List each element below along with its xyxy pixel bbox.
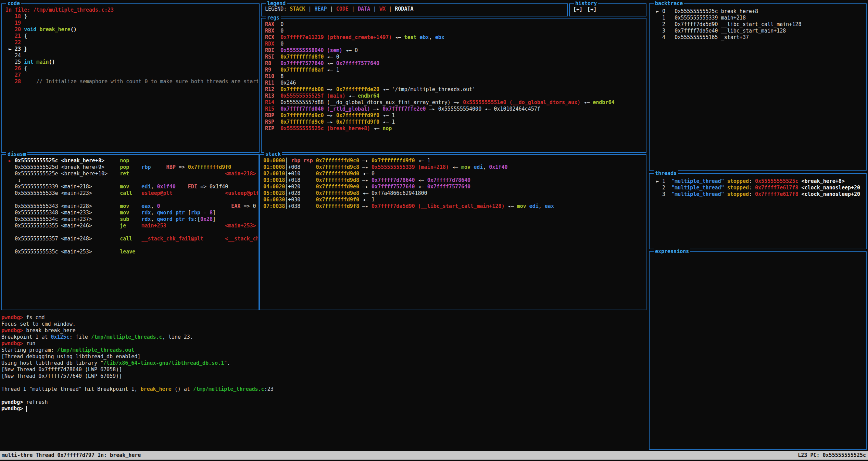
text-segment: 0x7fffffffdb08 [280, 86, 324, 92]
text-segment: 1 0x555555555339 main+218 [653, 15, 746, 21]
text-segment: │ [285, 158, 288, 164]
text-segment: 0x7ffff7da5d90 (__libc_start_call_main+1… [372, 203, 504, 209]
text-segment: , [539, 203, 545, 209]
text-segment: RBP [265, 112, 280, 119]
text-segment: RDX [265, 41, 280, 47]
text-segment: —▸ [324, 86, 336, 92]
text-segment: , line 23. [162, 334, 193, 340]
text-segment: Focus set to cmd window. [1, 321, 76, 327]
history-back-button[interactable]: [←] [573, 6, 582, 12]
backtrace-panel-title: backtrace [654, 0, 684, 7]
text-segment: 0x7fffffffd9c0 [316, 158, 359, 164]
text-segment: 0x7ffff7d78640 [372, 177, 415, 183]
text-segment: 0x125c [51, 334, 70, 340]
source-line: 22 [5, 39, 258, 46]
text-segment [724, 185, 727, 191]
text-segment [36, 26, 39, 33]
source-line: 18 } [5, 13, 258, 20]
text-segment: 0x555555557d88 (__do_global_dtors_aux_fi… [280, 99, 463, 105]
text-segment: eax [545, 203, 554, 209]
registers-panel-content: RAX 0RBX 0RCX 0x7ffff7e11219 (pthread_cr… [265, 21, 645, 151]
text-segment: 0x555555555355 <main+246> [5, 223, 120, 229]
text-segment: <__stack_chk_fail@plt> [225, 236, 258, 242]
text-segment: 0x55555555535c <main+253> [5, 249, 120, 255]
text-segment: 0x7ffff7e617f8 [755, 185, 798, 191]
text-segment: 22 [5, 39, 21, 46]
text-segment: ◂— [504, 203, 517, 209]
text-segment: stopped [727, 178, 749, 184]
text-segment: 8 [210, 210, 213, 216]
text-segment: │+028 [285, 190, 316, 196]
text-segment: 00:0000 [263, 158, 285, 164]
register-row: RAX 0 [265, 21, 645, 28]
text-segment: 04:0020 [263, 184, 285, 190]
text-segment: () [71, 26, 77, 33]
text-segment: nop [382, 125, 392, 132]
text-segment: ". [224, 360, 230, 366]
disasm-row: 0x555555555339 <main+218> mov edi, 0x1f4… [5, 184, 258, 190]
text-segment: 01:0008 [263, 164, 285, 170]
register-row: RSP 0x7fffffffd9c0 —▸ 0x7fffffffd9f0 ◂— … [265, 119, 645, 125]
text-segment: 0x55555555525c (break_here+8) [280, 125, 370, 132]
text-segment: /tmp/multiple_threads.c [91, 334, 162, 340]
text-segment: STACK [290, 6, 305, 12]
text-segment: —▸ [359, 177, 372, 183]
text-segment: 3 0x7ffff7da5e40 __libc_start_main+128 [653, 28, 786, 34]
terminal-line: pwndbg> refresh [1, 399, 645, 406]
text-segment: ◂— 0xf7a4866c62941800 [359, 190, 427, 196]
text-segment: sub [120, 216, 129, 222]
history-forward-button[interactable]: [→] [587, 6, 596, 12]
text-segment: 0x7fffffffd9f0 [336, 119, 379, 125]
source-line: 28 // Initialize semaphore with count 0 … [5, 78, 258, 85]
history-panel: history [←][→] [569, 3, 646, 16]
text-segment: , [429, 34, 435, 40]
text-segment: pwndbg> [1, 340, 26, 347]
code-panel-title: code [6, 0, 21, 7]
text-segment: 0x555555555348 <main+233> [5, 210, 120, 216]
legend-panel-content: LEGEND: STACK | HEAP | CODE | DATA | WX … [265, 6, 566, 15]
text-segment: mov [461, 164, 470, 170]
register-row: R10 8 [265, 73, 645, 80]
threads-panel-title: threads [654, 170, 678, 177]
disasm-row: 0x555555555357 <main+248> call __stack_c… [5, 236, 258, 242]
text-segment: /lib/x86_64-linux-gnu/libthread_db.so.1 [103, 360, 224, 366]
legend-panel: legend LEGEND: STACK | HEAP | CODE | DAT… [261, 3, 568, 16]
text-segment: ◂— [580, 99, 593, 105]
text-segment: => 0 [240, 203, 256, 209]
text-segment [724, 178, 727, 184]
text-segment: 0x55555555525d <break_here+9> [5, 164, 120, 170]
text-segment: Thread 1 "multiple_thread" hit Breakpoin… [1, 386, 140, 392]
text-segment: ◂— 1 [415, 158, 430, 164]
text-segment: :[ [194, 216, 200, 222]
text-segment: ► 1 [653, 178, 671, 184]
stack-panel: stack 00:0000│ rbp rsp 0x7fffffffd9c0 —▸… [259, 154, 646, 310]
text-segment [176, 184, 188, 190]
text-segment: 0x7fffffffd9d8 [316, 177, 359, 183]
text-segment: usleep@plt [141, 190, 172, 196]
text-segment: 4 0x555555555165 _start+37 [653, 34, 749, 40]
text-segment: [New Thread 0x7ffff7d78640 (LWP 67058)] [1, 366, 122, 373]
text-segment: 0x555555558040 (sem) [280, 47, 342, 53]
text-segment: 0x7ffff7e617f8 [755, 191, 798, 197]
text-segment: 0 [280, 21, 284, 27]
stack-row: 04:0020│+020 0x7fffffffd9e0 —▸ 0x7ffff75… [263, 184, 645, 190]
text-segment: ◂— [324, 60, 336, 66]
text-segment: R10 [265, 73, 280, 79]
text-segment: <usleep@plt> [225, 190, 258, 196]
text-segment: ► 23 } [5, 46, 27, 52]
text-segment: ◂— 1 [324, 67, 339, 73]
text-segment: │+018 [285, 177, 316, 183]
text-segment: 05:0028 [263, 190, 285, 196]
terminal-line [1, 379, 645, 386]
text-segment: [ [188, 210, 191, 216]
text-segment: | [349, 6, 358, 12]
backtrace-frame-row: 4 0x555555555165 _start+37 [653, 34, 865, 41]
text-segment: EDI [188, 184, 197, 190]
gdb-command-terminal[interactable]: pwndbg> fs cmdFocus set to cmd window.pw… [1, 314, 645, 414]
text-segment [129, 203, 141, 209]
text-segment: /tmp/multiple_threads.c [193, 386, 264, 392]
text-segment [129, 210, 141, 216]
text-segment: RBP [166, 164, 176, 170]
text-segment: 07:0038 [263, 203, 285, 209]
text-segment [417, 34, 420, 40]
